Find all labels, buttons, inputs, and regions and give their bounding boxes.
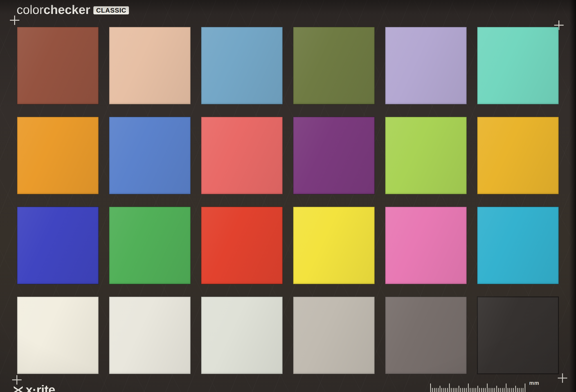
colorchecker-card: colorchecker CLASSIC x·rite mm xyxy=(0,0,576,392)
ruler-tick xyxy=(475,388,476,392)
registration-cross-top-left xyxy=(10,16,19,25)
patch-orange xyxy=(17,117,99,194)
ruler-tick xyxy=(436,388,436,392)
ruler-tick xyxy=(491,388,491,392)
ruler-tick xyxy=(498,388,499,392)
patch-purplish-blue xyxy=(109,117,191,194)
ruler-tick xyxy=(466,388,467,392)
patch-light-skin xyxy=(109,27,191,104)
ruler-tick xyxy=(521,388,521,392)
classic-badge: CLASSIC xyxy=(93,6,129,14)
ruler-tick xyxy=(432,388,433,392)
patch-red xyxy=(201,207,283,284)
patch-magenta xyxy=(385,207,467,284)
brand-wordmark: colorchecker xyxy=(17,4,90,16)
registration-cross-bottom-right xyxy=(558,373,567,383)
patch-yellow-green xyxy=(385,117,467,194)
ruler-tick xyxy=(513,388,514,392)
ruler-tick xyxy=(443,388,444,392)
ruler-tick xyxy=(464,388,465,392)
patch-blue xyxy=(17,207,99,284)
ruler-tick xyxy=(506,384,506,392)
brand-word-light: color xyxy=(17,3,43,17)
ruler-tick xyxy=(453,388,454,392)
patch-yellow xyxy=(293,207,375,284)
ruler-tick xyxy=(459,386,459,392)
ruler-tick xyxy=(468,384,469,392)
patch-white xyxy=(17,297,99,374)
ruler-tick xyxy=(430,384,431,392)
patch-moderate-red xyxy=(201,117,283,194)
ruler-tick xyxy=(455,388,455,392)
ruler-tick xyxy=(445,388,446,392)
ruler-tick xyxy=(449,384,450,392)
patch-purple xyxy=(293,117,375,194)
patch-neutral-5 xyxy=(293,297,375,374)
patch-blue-flower xyxy=(385,27,467,104)
ruler-tick xyxy=(462,388,463,392)
patch-black xyxy=(477,297,559,374)
xrite-logo-x-icon xyxy=(13,385,23,392)
ruler-tick xyxy=(447,388,448,392)
ruler-tick xyxy=(523,388,523,392)
ruler-tick xyxy=(500,388,501,392)
ruler-tick xyxy=(481,388,482,392)
ruler-tick xyxy=(483,388,484,392)
ruler-tick xyxy=(515,386,516,392)
ruler-tick xyxy=(438,388,438,392)
ruler-tick xyxy=(525,384,525,392)
ruler-unit-label: mm xyxy=(529,380,539,386)
ruler-tick xyxy=(460,388,461,392)
ruler-tick xyxy=(509,388,510,392)
brand-word-bold: checker xyxy=(43,3,90,17)
mm-ruler xyxy=(430,382,526,392)
patch-green xyxy=(109,207,191,284)
ruler-tick xyxy=(472,388,472,392)
ruler-tick xyxy=(479,388,480,392)
ruler-tick xyxy=(508,388,508,392)
ruler-tick xyxy=(440,386,440,392)
ruler-tick xyxy=(470,388,470,392)
patch-dark-skin xyxy=(17,27,99,104)
ruler-tick xyxy=(492,388,493,392)
color-patch-grid xyxy=(17,27,559,374)
ruler-tick xyxy=(496,386,497,392)
brand-header: colorchecker CLASSIC xyxy=(17,4,129,16)
ruler-tick xyxy=(517,388,518,392)
patch-cyan xyxy=(477,207,559,284)
ruler-tick xyxy=(434,388,435,392)
patch-neutral-6-5 xyxy=(201,297,283,374)
right-edge-shadow xyxy=(569,0,576,392)
ruler-tick xyxy=(477,386,478,392)
xrite-logo: x·rite xyxy=(13,384,55,392)
ruler-tick xyxy=(494,388,495,392)
patch-blue-sky xyxy=(201,27,283,104)
patch-neutral-3-5 xyxy=(385,297,467,374)
ruler-tick xyxy=(451,388,452,392)
ruler-tick xyxy=(474,388,474,392)
ruler-tick xyxy=(457,388,457,392)
ruler-tick xyxy=(511,388,512,392)
patch-orange-yellow xyxy=(477,117,559,194)
ruler-tick xyxy=(519,388,519,392)
ruler-tick xyxy=(502,388,503,392)
ruler-tick xyxy=(489,388,489,392)
ruler-tick xyxy=(441,388,442,392)
registration-cross-bottom-left xyxy=(12,375,22,385)
patch-foliage xyxy=(293,27,375,104)
patch-bluish-green xyxy=(477,27,559,104)
patch-neutral-8 xyxy=(109,297,191,374)
xrite-logo-text: x·rite xyxy=(26,384,55,392)
ruler-tick xyxy=(485,388,486,392)
ruler-tick xyxy=(487,384,488,392)
ruler-tick xyxy=(504,388,504,392)
